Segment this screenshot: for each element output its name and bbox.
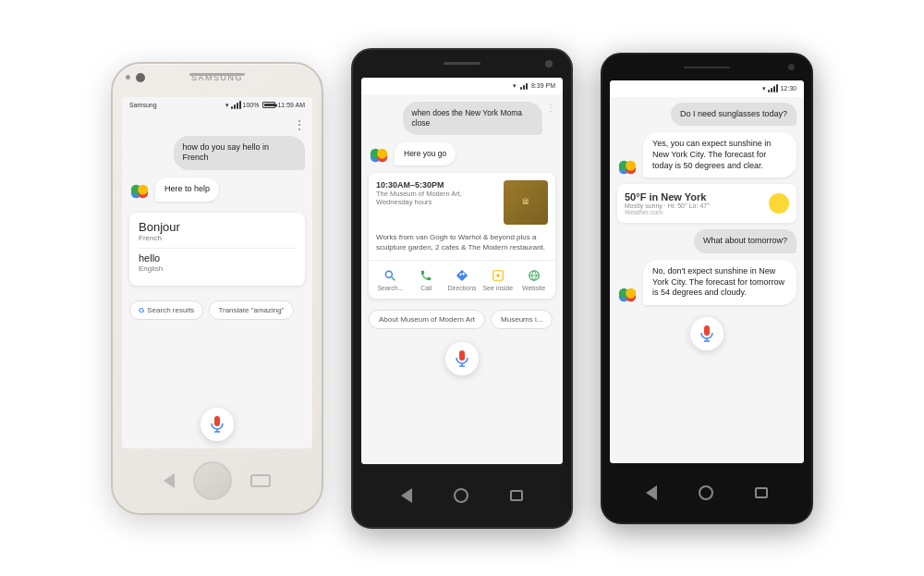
translate-label: Translate "amazing" xyxy=(218,306,284,314)
wifi-icon-2: ▾ xyxy=(513,82,517,90)
pixel-assistant-text-2: No, don't expect sunshine in New York Ci… xyxy=(652,266,784,297)
signal-bars xyxy=(231,102,241,109)
mic-icon xyxy=(211,416,224,433)
moma-website-label: Website xyxy=(522,285,545,291)
moma-website-icon xyxy=(527,268,541,283)
moma-suggest-museums[interactable]: Museums i... xyxy=(491,310,553,329)
pixel-status-bar: ▾ 12:30 xyxy=(610,80,804,97)
phone-samsung: SAMSUNG Samsung ▾ 100% 11:59 AM xyxy=(111,62,323,515)
action-buttons-row: G Search results Translate "amazing" xyxy=(129,300,305,320)
pixel-recents-btn[interactable] xyxy=(755,487,768,498)
pixel-assistant-bubble-1: Yes, you can expect sunshine in New York… xyxy=(643,132,796,178)
chat-area: how do you say hello in French Here to h… xyxy=(129,136,305,402)
moma-search-action[interactable]: Search... xyxy=(372,266,408,293)
pixel-speaker xyxy=(684,67,730,68)
divider xyxy=(139,248,296,249)
android-camera xyxy=(545,60,553,67)
android-bottom-nav xyxy=(353,464,571,527)
android-speaker xyxy=(444,62,480,65)
android-recents-btn[interactable] xyxy=(510,490,523,501)
translation-card: Bonjour French hello English xyxy=(129,213,305,287)
home-button[interactable] xyxy=(193,461,232,500)
moma-inside-action[interactable]: See inside xyxy=(480,266,516,293)
recents-button[interactable] xyxy=(250,474,271,487)
sensor-dot xyxy=(126,75,130,80)
pixel-status-icons: ▾ 12:30 xyxy=(762,85,796,92)
translation-word-1: Bonjour xyxy=(139,220,296,235)
weather-text-area: 50°F in New York Mostly sunny · Hi: 50° … xyxy=(625,191,710,215)
svg-line-12 xyxy=(392,277,395,281)
bubble-dots[interactable]: ⋮ xyxy=(546,104,555,113)
moma-venue: The Museum of Modern Art, Wednesday hour… xyxy=(376,190,496,208)
ga-icon-3 xyxy=(617,157,638,178)
moma-assistant-bubble: Here you go xyxy=(395,142,456,165)
moma-thumbnail: 🏛 xyxy=(504,180,548,225)
moma-assistant-text: Here you go xyxy=(404,149,446,158)
translate-btn[interactable]: Translate "amazing" xyxy=(209,300,293,320)
signal-bar-3 xyxy=(237,103,238,109)
moma-status-bar: ▾ 8:39 PM xyxy=(361,78,563,94)
pixel-time: 12:30 xyxy=(780,85,796,92)
screen-content: ⋮ how do you say hello in French xyxy=(122,114,312,448)
moma-suggest-about-label: About Museum of Modern Art xyxy=(379,315,475,324)
moma-user-row: when does the New York Moma close ⋮ xyxy=(369,102,555,135)
moma-call-label: Call xyxy=(420,285,432,291)
pixel-user-row-2: What about tomorrow? xyxy=(617,229,796,253)
search-results-label: Search results xyxy=(147,306,194,314)
moma-info-card: 10:30AM–5:30PM The Museum of Modern Art,… xyxy=(369,173,555,299)
mic-container xyxy=(129,406,305,443)
moma-chat-area: when does the New York Moma close ⋮ Here… xyxy=(361,94,563,464)
android-home-btn[interactable] xyxy=(454,488,468,503)
svg-point-10 xyxy=(377,148,387,158)
svg-point-3 xyxy=(138,184,148,194)
battery-fill xyxy=(264,104,274,106)
status-bar: Samsung ▾ 100% 11:59 AM xyxy=(122,97,312,114)
moma-website-action[interactable]: Website xyxy=(516,266,552,293)
samsung-top-bar: SAMSUNG xyxy=(113,64,322,97)
pixel-assistant-row-2: No, don't expect sunshine in New York Ci… xyxy=(617,260,796,305)
moma-mic-button[interactable] xyxy=(445,342,479,375)
pixel-back-btn[interactable] xyxy=(646,485,657,500)
back-button[interactable] xyxy=(164,473,175,488)
samsung-screen: Samsung ▾ 100% 11:59 AM ⋮ xyxy=(122,97,312,448)
moma-hours: 10:30AM–5:30PM xyxy=(376,180,496,190)
time-display-2: 8:39 PM xyxy=(531,82,555,89)
translation-lang-1: French xyxy=(139,234,296,242)
pixel-user-text-1: Do I need sunglasses today? xyxy=(680,109,787,118)
moma-mic-container xyxy=(369,337,555,381)
moma-directions-label: Directions xyxy=(447,285,476,291)
moma-search-icon xyxy=(383,268,397,283)
svg-point-23 xyxy=(626,161,636,171)
search-results-btn[interactable]: G Search results xyxy=(129,300,203,320)
signal-bar-2 xyxy=(234,104,236,109)
moma-user-text: when does the New York Moma close xyxy=(412,108,523,128)
translation-lang-2: English xyxy=(139,264,296,273)
time-display: 11:59 AM xyxy=(277,102,305,108)
moma-suggest-about[interactable]: About Museum of Modern Art xyxy=(369,310,485,329)
pixel-assistant-bubble-2: No, don't expect sunshine in New York Ci… xyxy=(643,260,796,305)
pixel-bottom-nav xyxy=(602,463,811,522)
translation-word-2: hello xyxy=(139,252,296,264)
svg-point-14 xyxy=(496,274,500,277)
pixel-home-btn[interactable] xyxy=(699,485,713,500)
pixel-mic-container xyxy=(617,315,796,352)
wifi-icon-3: ▾ xyxy=(762,85,766,92)
pixel-top-bar xyxy=(602,55,811,80)
carrier-label: Samsung xyxy=(129,102,157,108)
camera-dot xyxy=(136,73,145,82)
moma-search-label: Search... xyxy=(377,285,403,291)
mic-button[interactable] xyxy=(201,408,234,441)
android-screen: ▾ 8:39 PM when does the New York Moma cl… xyxy=(361,78,563,464)
moma-call-icon xyxy=(419,268,433,283)
pixel-mic-button[interactable] xyxy=(690,317,723,350)
moma-call-action[interactable]: Call xyxy=(408,266,444,293)
moma-thumb-image: 🏛 xyxy=(504,180,548,225)
battery-pct: 100% xyxy=(243,102,260,108)
moma-description: Works from van Gogh to Warhol & beyond p… xyxy=(369,232,555,260)
weather-source: Weather.com xyxy=(625,209,710,215)
user-message-text: how do you say hello in French xyxy=(183,142,270,163)
android-back-btn[interactable] xyxy=(401,488,412,503)
ga-icon-4 xyxy=(617,285,638,305)
three-dots-menu[interactable]: ⋮ xyxy=(294,119,305,130)
moma-directions-action[interactable]: Directions xyxy=(444,266,480,293)
